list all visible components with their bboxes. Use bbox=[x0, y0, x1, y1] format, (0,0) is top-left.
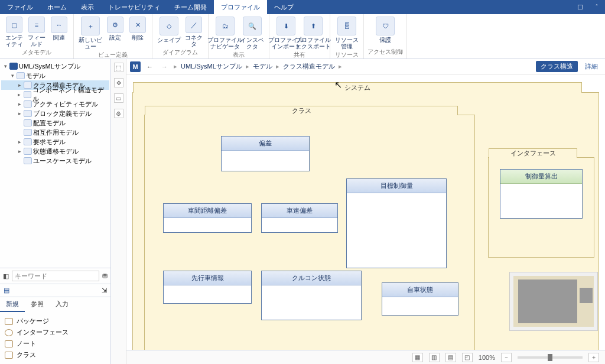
palette-label: ノート bbox=[17, 339, 36, 348]
tree-item-component[interactable]: ▸コンポーネント構造モデル bbox=[1, 90, 109, 99]
model-icon bbox=[24, 157, 32, 164]
folder-icon bbox=[17, 72, 25, 79]
palette-header-icon[interactable]: ▤ bbox=[4, 287, 9, 294]
menu-traceability[interactable]: トレーサビリティ bbox=[101, 0, 167, 14]
model-icon bbox=[24, 148, 32, 155]
model-icon bbox=[24, 110, 32, 117]
zoom-value: 100% bbox=[479, 354, 495, 361]
ribbon-newview-button[interactable]: ＋新しいビュー bbox=[77, 15, 103, 50]
menu-help[interactable]: ヘルプ bbox=[267, 0, 301, 14]
left-pane: ▾UML/SysMLサンプル ▾モデル ▸クラス構造モデル ▸コンポーネント構造… bbox=[0, 59, 111, 364]
tree-item-statemachine[interactable]: ▸状態遷移モデル bbox=[1, 147, 109, 156]
palette-class[interactable]: クラス bbox=[5, 349, 106, 360]
chevron-right-icon: ▸ bbox=[17, 92, 22, 98]
keyword-filter-icon[interactable]: ⛃ bbox=[102, 271, 109, 281]
class-shasoku[interactable]: 車速偏差 bbox=[261, 203, 338, 233]
class-mokuhyo[interactable]: 目標制御量 bbox=[346, 178, 447, 268]
crumb-diagram[interactable]: クラス構造モデル bbox=[283, 62, 335, 71]
ribbon-relation-button[interactable]: ↔関連 bbox=[48, 15, 70, 41]
profile-navigator-icon: 🗂 bbox=[216, 17, 235, 35]
chevron-down-icon: ▾ bbox=[9, 73, 15, 79]
keyword-input[interactable] bbox=[12, 271, 99, 281]
ribbon-inspector-button[interactable]: 🔍インスペクタ bbox=[239, 15, 265, 50]
tree-model[interactable]: ▾モデル bbox=[1, 71, 109, 80]
zoom-slider[interactable] bbox=[518, 356, 583, 359]
class-kurukon[interactable]: クルコン状態 bbox=[261, 271, 362, 320]
palette-package[interactable]: パッケージ bbox=[5, 316, 106, 327]
status-layout1-button[interactable]: ▦ bbox=[412, 353, 423, 362]
keyword-bar: ◧ ⛃ bbox=[0, 268, 110, 284]
tree-item-usecase[interactable]: ユースケースモデル bbox=[1, 156, 109, 165]
tab-new[interactable]: 新規 bbox=[0, 297, 25, 312]
settings-icon: ⚙ bbox=[107, 17, 123, 33]
tab-input[interactable]: 入力 bbox=[50, 297, 74, 312]
mini-gear-tool[interactable]: ⚙ bbox=[114, 109, 123, 118]
menu-home[interactable]: ホーム bbox=[40, 0, 74, 14]
nav-back-button[interactable]: ← bbox=[144, 63, 155, 70]
crumb-model[interactable]: モデル bbox=[253, 62, 272, 71]
center-pane: ⬚ ✥ ▭ ⚙ M ← → ▸ UML/SysMLサンプル ▸ モデル ▸ クラ… bbox=[111, 59, 605, 364]
inspector-icon: 🔍 bbox=[243, 17, 262, 35]
ribbon-resource-button[interactable]: 🗄リソース管理 bbox=[334, 15, 360, 50]
zoom-out-button[interactable]: － bbox=[501, 353, 512, 362]
ribbon-connector-button[interactable]: ／コネクタ bbox=[183, 15, 204, 47]
mini-rect-tool[interactable]: ▭ bbox=[114, 93, 123, 103]
palette: パッケージ インターフェース ノート クラス bbox=[0, 312, 110, 364]
ribbon-entity-button[interactable]: ▢エンティティ bbox=[4, 15, 25, 47]
zoom-in-button[interactable]: ＋ bbox=[588, 353, 599, 362]
model-icon bbox=[24, 82, 32, 89]
tab-reference[interactable]: 参照 bbox=[25, 297, 50, 312]
interface-seigyo[interactable]: 制御量算出 bbox=[500, 169, 583, 219]
detail-link[interactable]: 詳細 bbox=[581, 62, 601, 71]
ribbon-export-button[interactable]: ⬆プロファイル エクスポート bbox=[300, 15, 326, 50]
mini-select-tool[interactable]: ⬚ bbox=[114, 63, 123, 72]
zoom-slider-knob[interactable] bbox=[548, 354, 552, 361]
package-class-tab: クラス bbox=[145, 106, 458, 115]
crumb-project[interactable]: UML/SysMLサンプル bbox=[181, 62, 242, 71]
tree-item-deployment[interactable]: 配置モデル bbox=[1, 118, 109, 128]
class-header: 目標制御量 bbox=[347, 179, 446, 193]
palette-label: インターフェース bbox=[17, 328, 69, 337]
tree-item-requirement[interactable]: ▸要求モデル bbox=[1, 137, 109, 147]
model-icon bbox=[24, 129, 32, 136]
connector-icon: ／ bbox=[186, 17, 202, 33]
menu-profile[interactable]: プロファイル bbox=[214, 0, 267, 14]
ribbon-profnav-button[interactable]: 🗂プロファイル ナビゲータ bbox=[212, 15, 238, 50]
package-icon bbox=[5, 318, 13, 325]
tree-root[interactable]: ▾UML/SysMLサンプル bbox=[1, 61, 109, 71]
menu-team[interactable]: チーム開発 bbox=[167, 0, 214, 14]
palette-note[interactable]: ノート bbox=[5, 338, 106, 349]
status-overview-button[interactable]: ◰ bbox=[462, 353, 473, 362]
palette-collapse-icon[interactable]: ⇲ bbox=[102, 287, 107, 294]
nav-forward-button[interactable]: → bbox=[159, 63, 170, 70]
ribbon-protect-button[interactable]: 🛡保護 bbox=[372, 15, 398, 43]
tree-item-activity[interactable]: ▸アクティビティモデル bbox=[1, 99, 109, 109]
chevron-right-icon: ▸ bbox=[17, 110, 22, 116]
tree-item-label: ブロック定義モデル bbox=[33, 109, 92, 118]
collapse-ribbon-icon[interactable]: ˆ bbox=[588, 0, 605, 14]
class-shakan[interactable]: 車間距離偏差 bbox=[163, 203, 252, 233]
ribbon-group-viewdef: ＋新しいビュー ⚙設定 ✕削除 ビュー定義 bbox=[74, 14, 152, 58]
class-hensa[interactable]: 偏差 bbox=[221, 136, 310, 171]
palette-interface[interactable]: インターフェース bbox=[5, 327, 106, 338]
window-icon[interactable]: ☐ bbox=[572, 0, 588, 14]
tree-item-block[interactable]: ▸ブロック定義モデル bbox=[1, 109, 109, 118]
ribbon-delete-button[interactable]: ✕削除 bbox=[127, 15, 148, 41]
class-header: 自車状態 bbox=[382, 283, 458, 297]
class-jisya[interactable]: 自車状態 bbox=[382, 282, 458, 316]
status-layout3-button[interactable]: ▤ bbox=[445, 353, 456, 362]
menu-view[interactable]: 表示 bbox=[74, 0, 101, 14]
view-chip[interactable]: クラス構造 bbox=[536, 61, 578, 72]
chevron-right-icon: ▸ bbox=[17, 148, 22, 154]
overview-panel[interactable] bbox=[509, 272, 598, 331]
tree-item-interaction[interactable]: 相互作用モデル bbox=[1, 128, 109, 137]
menu-file[interactable]: ファイル bbox=[0, 0, 40, 14]
keyword-prefix-icon[interactable]: ◧ bbox=[2, 271, 9, 281]
ribbon-shape-button[interactable]: ◇シェイプ bbox=[156, 15, 182, 43]
diagram-canvas[interactable]: システム クラス インタフェース 偏差 車間距離偏差 車速偏差 目標制御量 先行… bbox=[126, 74, 605, 350]
class-senkou[interactable]: 先行車情報 bbox=[163, 271, 252, 304]
ribbon-viewsettings-button[interactable]: ⚙設定 bbox=[105, 15, 126, 41]
mini-hand-tool[interactable]: ✥ bbox=[114, 78, 123, 87]
status-layout2-button[interactable]: ▥ bbox=[429, 353, 440, 362]
ribbon-field-button[interactable]: ≡フィールド bbox=[26, 15, 47, 47]
